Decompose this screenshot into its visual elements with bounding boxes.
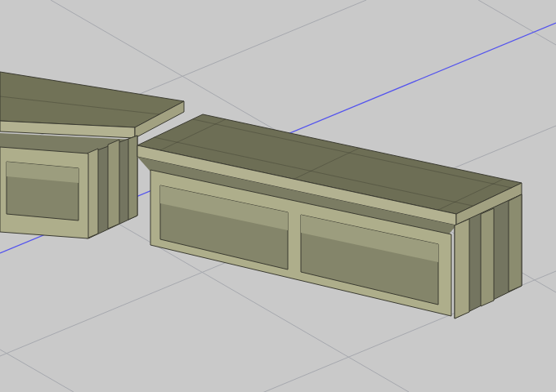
end-post-front[interactable] [455, 219, 469, 318]
end-post-middle[interactable] [108, 140, 119, 229]
viewport-canvas[interactable] [0, 0, 556, 392]
end-post-middle[interactable] [481, 208, 494, 306]
end-post-back[interactable] [509, 194, 522, 292]
end-post-back[interactable] [128, 136, 137, 220]
